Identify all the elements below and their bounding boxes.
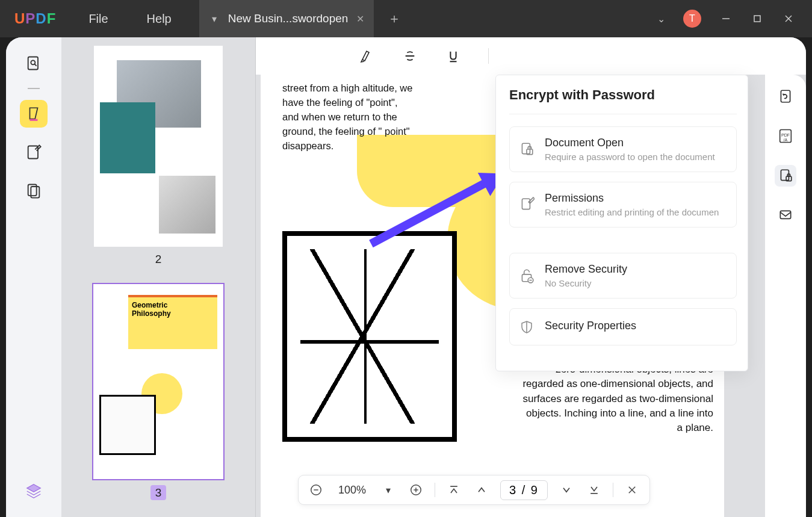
- zoom-level: 100%: [335, 484, 370, 497]
- svg-rect-1: [754, 16, 760, 22]
- svg-text:/A: /A: [784, 138, 788, 142]
- close-navbar-button[interactable]: [623, 481, 641, 499]
- protect-icon[interactable]: [775, 165, 796, 187]
- first-page-button[interactable]: [445, 481, 463, 499]
- document-open-desc: Require a password to open the document: [545, 152, 715, 162]
- last-page-button[interactable]: [585, 481, 603, 499]
- separator: [28, 88, 40, 89]
- page-indicator[interactable]: 3 / 9: [500, 480, 548, 500]
- window-maximize-button[interactable]: [751, 12, 764, 25]
- remove-security-desc: No Security: [545, 278, 627, 288]
- thumbnail-panel[interactable]: 2 Geometric Philosophy 3: [61, 37, 255, 517]
- prev-page-button[interactable]: [473, 481, 491, 499]
- underline-icon[interactable]: [445, 48, 462, 64]
- security-properties-option[interactable]: Security Properties: [509, 308, 737, 345]
- strikethrough-icon[interactable]: [401, 48, 418, 64]
- lock-document-icon: [518, 141, 535, 158]
- app-menu-dropdown-icon[interactable]: ⌄: [657, 13, 665, 25]
- encrypt-panel-title: Encrypt with Password: [509, 87, 737, 114]
- thumb3-title: Geometric Philosophy: [132, 301, 171, 318]
- zoom-in-button[interactable]: [407, 481, 425, 499]
- thumbnail-label-2: 2: [78, 253, 238, 266]
- toolbar-separator: [488, 48, 489, 64]
- menu-help[interactable]: Help: [147, 12, 172, 26]
- page-image-main: [282, 231, 457, 442]
- thumbnail-page-2[interactable]: [94, 46, 223, 247]
- highlighter-icon[interactable]: [358, 48, 375, 64]
- titlebar: UPDF File Help ▾ New Busin...swordopen ✕…: [0, 0, 812, 37]
- window-minimize-button[interactable]: [719, 12, 733, 25]
- thumbnail-page-3[interactable]: Geometric Philosophy: [92, 283, 225, 480]
- permissions-icon: [518, 196, 535, 213]
- thumbnail-label-3: 3: [78, 486, 238, 500]
- convert-icon[interactable]: [775, 85, 796, 107]
- remove-security-title: Remove Security: [545, 263, 627, 276]
- permissions-title: Permissions: [545, 192, 719, 205]
- share-icon[interactable]: [775, 205, 796, 226]
- reader-tool[interactable]: [20, 49, 48, 77]
- tab-title: New Busin...swordopen: [228, 12, 349, 25]
- document-open-title: Document Open: [545, 137, 715, 149]
- permissions-desc: Restrict editing and printing of the doc…: [545, 207, 719, 217]
- annotation-toolbar: [256, 37, 806, 75]
- app-logo: UPDF: [14, 10, 56, 27]
- document-tab[interactable]: ▾ New Busin...swordopen ✕: [199, 0, 374, 37]
- unlock-icon: [518, 267, 535, 284]
- right-toolbar: PDF/A: [765, 75, 806, 517]
- workspace: 2 Geometric Philosophy 3 street from a h…: [6, 37, 806, 517]
- security-properties-title: Security Properties: [545, 320, 636, 332]
- encrypt-panel: Encrypt with Password Document Open Requ…: [495, 75, 748, 371]
- tab-close-icon[interactable]: ✕: [356, 13, 364, 25]
- user-avatar[interactable]: T: [683, 10, 701, 28]
- permissions-option[interactable]: Permissions Restrict editing and printin…: [509, 182, 737, 228]
- layers-button[interactable]: [20, 477, 48, 505]
- svg-text:PDF: PDF: [781, 133, 790, 137]
- svg-rect-24: [522, 199, 530, 209]
- remove-security-option[interactable]: Remove Security No Security: [509, 253, 737, 299]
- shield-icon: [518, 318, 535, 335]
- next-page-button[interactable]: [557, 481, 575, 499]
- new-tab-button[interactable]: ＋: [382, 10, 406, 28]
- svg-rect-4: [28, 57, 38, 70]
- svg-rect-7: [30, 119, 38, 121]
- zoom-out-button[interactable]: [307, 481, 325, 499]
- pdfa-icon[interactable]: PDF/A: [775, 125, 796, 147]
- svg-rect-22: [522, 143, 530, 153]
- svg-rect-35: [780, 211, 790, 218]
- page-nav-bar: 100% ▾ 3 / 9: [298, 475, 650, 505]
- edit-tool[interactable]: [20, 138, 48, 166]
- window-close-button[interactable]: [782, 12, 795, 25]
- comment-tool[interactable]: [20, 100, 48, 128]
- zoom-dropdown-icon[interactable]: ▾: [379, 481, 397, 499]
- menu-file[interactable]: File: [88, 12, 108, 26]
- svg-rect-29: [781, 90, 790, 102]
- document-open-option[interactable]: Document Open Require a password to open…: [509, 126, 737, 172]
- page-text-left: street from a high altitude, we have the…: [282, 81, 415, 153]
- tab-dropdown-icon[interactable]: ▾: [209, 13, 220, 24]
- svg-line-6: [34, 64, 36, 66]
- left-toolbar: [6, 37, 61, 517]
- page-tool[interactable]: [20, 177, 48, 205]
